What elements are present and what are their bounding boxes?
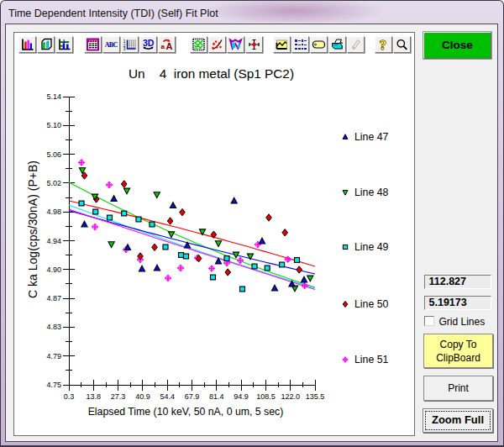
svg-text:3: 3 (123, 46, 126, 51)
svg-text:4.83: 4.83 (46, 323, 61, 331)
svg-text:40.9: 40.9 (135, 392, 150, 401)
svg-text:5.02: 5.02 (46, 179, 61, 187)
svg-text:108.5: 108.5 (256, 392, 276, 401)
svg-text:135.5: 135.5 (306, 392, 325, 401)
svg-text:122.0: 122.0 (281, 392, 300, 401)
svg-text:a: a (161, 43, 165, 50)
svg-text:4.90: 4.90 (46, 266, 61, 274)
svg-text:54.4: 54.4 (160, 392, 175, 401)
svg-text:81.4: 81.4 (209, 392, 224, 401)
svg-text:C ka Log(cps/30nA) (P+B): C ka Log(cps/30nA) (P+B) (26, 160, 39, 298)
svg-text:4.98: 4.98 (46, 208, 61, 216)
svg-text:67.9: 67.9 (185, 392, 200, 401)
svg-text:4.79: 4.79 (46, 352, 61, 360)
svg-text:?: ? (380, 38, 386, 51)
svg-text:Line 51: Line 51 (354, 354, 389, 365)
svg-text:Line 50: Line 50 (354, 298, 389, 310)
svg-text:Line 47: Line 47 (354, 131, 389, 143)
svg-text:5.10: 5.10 (46, 121, 61, 129)
svg-text:4.87: 4.87 (46, 294, 61, 302)
svg-text:ABC: ABC (105, 41, 118, 49)
svg-text:27.3: 27.3 (111, 392, 126, 401)
svg-text:4.75: 4.75 (46, 381, 61, 389)
svg-text:0.3: 0.3 (64, 392, 75, 401)
svg-text:A: A (166, 41, 173, 51)
svg-text:Line 49: Line 49 (354, 241, 389, 253)
svg-text:94.9: 94.9 (234, 392, 249, 401)
svg-text:3D: 3D (143, 38, 155, 48)
svg-text:13.8: 13.8 (87, 392, 102, 401)
svg-text:5.14: 5.14 (46, 92, 61, 101)
svg-text:Un 4 iron metal (Sp1 PC2): Un 4 iron metal (Sp1 PC2) (129, 66, 294, 81)
svg-text:Line 48: Line 48 (354, 187, 389, 198)
svg-text:Elapsed Time (10 keV, 50 nA, 0: Elapsed Time (10 keV, 50 nA, 0 um, 5 sec… (88, 406, 284, 418)
svg-text:5.06: 5.06 (46, 150, 61, 159)
svg-text:4.94: 4.94 (46, 237, 61, 245)
